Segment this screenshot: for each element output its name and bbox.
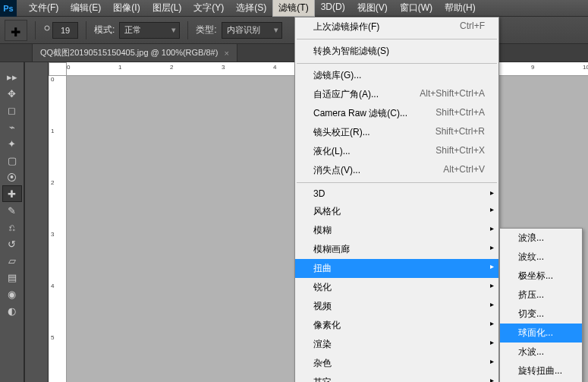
filter-item[interactable]: 视频 — [295, 297, 498, 316]
filter-item[interactable]: 渲染 — [295, 335, 498, 354]
menu-3[interactable]: 图层(L) — [146, 0, 188, 17]
menu-6[interactable]: 滤镜(T) — [272, 0, 314, 17]
lasso-tool[interactable]: ⌁ — [2, 118, 22, 135]
separator — [35, 21, 36, 39]
eyedropper-tool[interactable]: ⦿ — [2, 169, 22, 185]
menu-separator — [297, 63, 497, 64]
move-tool[interactable]: ✥ — [2, 85, 22, 102]
menu-0[interactable]: 文件(F) — [23, 0, 64, 17]
eraser-tool[interactable]: ▱ — [2, 252, 22, 269]
menu-1[interactable]: 编辑(E) — [64, 0, 107, 17]
clone-stamp-tool[interactable]: ⎌ — [2, 219, 22, 235]
type-label: 类型: — [196, 24, 216, 36]
distort-item[interactable]: 挤压... — [500, 286, 582, 305]
filter-item[interactable]: 镜头校正(R)...Shift+Ctrl+R — [295, 123, 498, 142]
tools-panel: ▸▸ ✥ ◻ ⌁ ✦ ▢ ⦿ ✚ ✎ ⎌ ↺ ▱ ▤ ◉ ◐ — [0, 62, 24, 382]
filter-item[interactable]: 液化(L)...Shift+Ctrl+X — [295, 142, 498, 161]
filter-item[interactable]: Camera Raw 滤镜(C)...Shift+Ctrl+A — [295, 104, 498, 123]
brush-preview-icon — [43, 22, 51, 39]
healing-brush-tool[interactable]: ✚ — [2, 185, 22, 202]
distort-item[interactable]: 极坐标... — [500, 267, 582, 286]
menu-10[interactable]: 帮助(H) — [439, 0, 482, 17]
menu-separator — [297, 39, 497, 39]
menu-2[interactable]: 图像(I) — [107, 0, 146, 17]
distort-item[interactable]: 水波... — [500, 343, 582, 361]
marquee-tool[interactable]: ◻ — [2, 102, 22, 118]
filter-menu: 上次滤镜操作(F)Ctrl+F转换为智能滤镜(S)滤镜库(G)...自适应广角(… — [294, 17, 499, 382]
distort-submenu: 波浪...波纹...极坐标...挤压...切变...球面化...水波...旋转扭… — [499, 228, 583, 382]
healing-brush-icon: ✚ — [11, 25, 21, 36]
brush-size-field[interactable]: 19 — [52, 22, 78, 39]
gradient-tool[interactable]: ▤ — [2, 269, 22, 286]
filter-item[interactable]: 上次滤镜操作(F)Ctrl+F — [295, 17, 498, 36]
menu-7[interactable]: 3D(D) — [315, 0, 351, 17]
crop-tool[interactable]: ▢ — [2, 152, 22, 169]
ruler-vertical[interactable]: 0123456 — [49, 76, 67, 382]
filter-item[interactable]: 滤镜库(G)... — [295, 66, 498, 85]
filter-item[interactable]: 模糊 — [295, 221, 498, 240]
filter-item[interactable]: 杂色 — [295, 354, 498, 373]
document-tab[interactable]: QQ截图20190515150405.jpg @ 100%(RGB/8#) × — [32, 43, 237, 62]
distort-item[interactable]: 切变... — [500, 305, 582, 324]
menu-5[interactable]: 选择(S) — [230, 0, 272, 17]
filter-item[interactable]: 转换为智能滤镜(S) — [295, 42, 498, 61]
title-bar: Ps 文件(F)编辑(E)图像(I)图层(L)文字(Y)选择(S)滤镜(T)3D… — [0, 0, 588, 17]
ps-logo-icon: Ps — [0, 0, 17, 17]
separator — [187, 21, 188, 39]
filter-item[interactable]: 像素化 — [295, 316, 498, 335]
mode-dropdown[interactable]: 正常 — [119, 22, 180, 39]
menu-bar: 文件(F)编辑(E)图像(I)图层(L)文字(Y)选择(S)滤镜(T)3D(D)… — [23, 0, 482, 17]
filter-item[interactable]: 风格化 — [295, 202, 498, 221]
type-dropdown[interactable]: 内容识别 — [222, 22, 282, 39]
separator — [86, 21, 86, 39]
filter-item[interactable]: 其它 — [295, 373, 498, 382]
filter-item[interactable]: 消失点(V)...Alt+Ctrl+V — [295, 161, 498, 180]
filter-item[interactable]: 自适应广角(A)...Alt+Shift+Ctrl+A — [295, 85, 498, 104]
history-brush-tool[interactable]: ↺ — [2, 235, 22, 252]
distort-item[interactable]: 波纹... — [500, 248, 582, 267]
blur-tool[interactable]: ◉ — [2, 286, 22, 302]
filter-item[interactable]: 扭曲 — [295, 259, 498, 278]
document-title: QQ截图20190515150405.jpg @ 100%(RGB/8#) — [40, 47, 218, 58]
collapsed-panel-strip — [24, 62, 49, 382]
distort-item[interactable]: 旋转扭曲... — [500, 361, 582, 380]
ruler-origin[interactable] — [49, 62, 67, 76]
svg-point-0 — [45, 26, 49, 30]
close-icon[interactable]: × — [224, 49, 228, 58]
tab-toggle-icon[interactable]: ▸▸ — [2, 68, 22, 85]
menu-separator — [297, 182, 497, 183]
menu-4[interactable]: 文字(Y) — [187, 0, 230, 17]
filter-item[interactable]: 3D — [295, 185, 498, 202]
menu-9[interactable]: 窗口(W) — [394, 0, 439, 17]
current-tool-preview[interactable]: ✚ — [5, 20, 27, 41]
filter-item[interactable]: 锐化 — [295, 278, 498, 297]
magic-wand-tool[interactable]: ✦ — [2, 135, 22, 152]
mode-label: 模式: — [94, 24, 115, 36]
distort-item[interactable]: 球面化... — [500, 324, 582, 343]
filter-item[interactable]: 模糊画廊 — [295, 240, 498, 259]
distort-item[interactable]: 波浪... — [500, 229, 582, 248]
brush-tool[interactable]: ✎ — [2, 202, 22, 219]
menu-8[interactable]: 视图(V) — [351, 0, 394, 17]
dodge-tool[interactable]: ◐ — [2, 302, 22, 319]
